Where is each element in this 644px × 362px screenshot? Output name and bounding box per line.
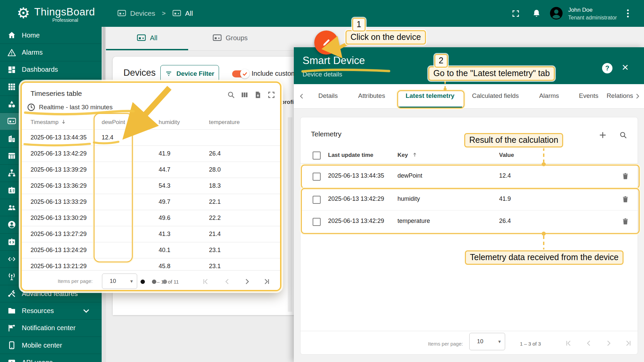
cell-timestamp: 2025-06-13 13:44:35 [31, 134, 102, 141]
last-page-icon[interactable] [624, 339, 632, 347]
tab-attributes[interactable]: Attributes [358, 92, 385, 100]
timewindow-button[interactable]: Realtime - last 30 minutes [27, 103, 113, 112]
previous-page-icon[interactable] [223, 278, 231, 286]
telemetry-row-temperature[interactable]: 2025-06-13 13:42:29temperature26.4 [301, 210, 638, 232]
last-page-icon[interactable] [263, 278, 271, 286]
row-checkbox[interactable] [313, 196, 321, 204]
column-key[interactable]: Key [397, 152, 418, 159]
timeseries-row[interactable]: 2025-06-13 13:36:2954.318.3 [22, 178, 280, 194]
telemetry-row-dewPoint[interactable]: 2025-06-13 13:44:35dewPoint12.4 [301, 165, 638, 187]
folder-icon [7, 306, 16, 315]
tab-latest-telemetry[interactable]: Latest telemetry [406, 92, 454, 100]
telemetry-title: Telemetry [311, 130, 341, 138]
select-all-checkbox[interactable] [313, 152, 321, 160]
close-icon[interactable]: × [622, 61, 629, 73]
toggle-knob[interactable] [240, 69, 250, 78]
timeseries-row[interactable]: 2025-06-13 13:33:2949.722.1 [22, 194, 280, 210]
avatar[interactable] [549, 6, 564, 21]
cell-timestamp: 2025-06-13 13:36:29 [31, 182, 102, 189]
device-name-title: Smart Device [303, 55, 365, 67]
cell-timestamp: 2025-06-13 13:42:29 [31, 150, 102, 157]
cell-dewpoint: 12.4 [102, 134, 159, 141]
active-tab-underline [398, 107, 462, 108]
cell-value: 41.9 [499, 195, 511, 202]
next-page-icon[interactable] [243, 278, 251, 286]
breadcrumb-separator: > [162, 10, 166, 17]
page-size-select[interactable]: 10▾ [469, 333, 505, 350]
next-page-icon[interactable] [605, 339, 613, 347]
sidebar-item-alarms[interactable]: Alarms [0, 44, 106, 61]
column-value[interactable]: Value [499, 152, 514, 159]
export-file-icon[interactable] [254, 91, 262, 99]
timeseries-column-temperature[interactable]: temperature [209, 119, 280, 126]
cell-temperature: 21.4 [209, 231, 280, 238]
column-last-update-time[interactable]: Last update time [328, 152, 373, 159]
timeseries-row[interactable]: 2025-06-13 13:39:2944.728.0 [22, 162, 280, 178]
phone-icon [7, 341, 16, 350]
timeseries-row[interactable]: 2025-06-13 13:27:2941.321.4 [22, 226, 280, 242]
timeseries-row[interactable]: 2025-06-13 13:30:2949.622.2 [22, 210, 280, 226]
cell-timestamp: 2025-06-13 13:21:29 [31, 263, 102, 270]
row-checkbox[interactable] [313, 218, 321, 226]
tabs-scroll-left-icon[interactable] [298, 93, 305, 100]
sidebar-item-label: Dashboards [22, 66, 58, 73]
items-per-page-label: Items per page: [58, 278, 93, 284]
telemetry-row-humidity[interactable]: 2025-06-13 13:42:29humidity41.9 [301, 188, 638, 210]
timeseries-widget-title: Timeseries table [31, 89, 82, 98]
delete-icon[interactable] [622, 195, 629, 203]
loading-dot [141, 280, 145, 284]
fullscreen-icon[interactable] [512, 9, 520, 18]
add-telemetry-icon[interactable] [598, 131, 607, 139]
cell-key: temperature [397, 218, 430, 225]
sidebar-item-api-usage[interactable]: API usage [0, 354, 106, 362]
timeseries-row[interactable]: 2025-06-13 13:44:3512.4 [22, 129, 280, 145]
drawer-tab-bar: DetailsAttributesLatest telemetryCalcula… [294, 84, 644, 109]
sidebar-item-resources[interactable]: Resources [0, 302, 106, 319]
timeseries-column-timestamp[interactable]: Timestamp [31, 119, 102, 126]
tab-alarms[interactable]: Alarms [539, 92, 559, 100]
tab-events[interactable]: Events [579, 92, 598, 100]
expand-widget-icon[interactable] [267, 91, 275, 99]
tab-groups[interactable]: Groups [188, 27, 272, 49]
timeseries-row[interactable]: 2025-06-13 13:24:2940.123.1 [22, 242, 280, 258]
previous-page-icon[interactable] [585, 339, 593, 347]
badge-icon [7, 186, 16, 195]
tab-all[interactable]: All [106, 27, 188, 49]
sidebar-item-home[interactable]: Home [0, 27, 106, 44]
cell-key: dewPoint [397, 172, 422, 179]
edit-device-fab[interactable] [314, 31, 338, 55]
cell-last-update-time: 2025-06-13 13:42:29 [328, 218, 384, 225]
delete-icon[interactable] [622, 217, 629, 226]
tab-calculated-fields[interactable]: Calculated fields [472, 92, 519, 100]
breadcrumb-all[interactable]: All [185, 9, 193, 17]
annotation-step1-number: 1 [352, 18, 366, 32]
breadcrumb-devices[interactable]: Devices [130, 9, 155, 17]
timeseries-column-dewpoint[interactable]: dewPoint [102, 119, 159, 126]
search-icon[interactable] [619, 131, 627, 139]
delete-icon[interactable] [622, 172, 629, 180]
search-icon[interactable] [227, 91, 235, 99]
sidebar-item-dashboards[interactable]: Dashboards [0, 61, 106, 78]
antenna-icon [7, 272, 16, 281]
devices-table-scrollbar[interactable] [288, 117, 292, 312]
loading-dot [163, 280, 167, 284]
first-page-icon[interactable] [202, 278, 210, 286]
device-filter-button[interactable]: Device Filter [160, 65, 219, 82]
columns-icon[interactable] [240, 91, 249, 99]
cell-humidity: 54.3 [159, 182, 209, 189]
row-checkbox[interactable] [313, 173, 321, 181]
timeseries-column-humidity[interactable]: humidity [159, 119, 209, 126]
sidebar-item-label: Alarms [22, 49, 43, 56]
tab-relations[interactable]: Relations [606, 92, 633, 100]
timeseries-row[interactable]: 2025-06-13 13:42:2941.926.4 [22, 145, 280, 162]
tab-details[interactable]: Details [318, 92, 338, 100]
building-icon [7, 134, 16, 143]
help-icon[interactable]: ? [602, 63, 612, 73]
page-size-select[interactable]: 10▾ [102, 274, 137, 289]
kebab-menu-icon[interactable] [625, 9, 631, 18]
sidebar-item-mobile-center[interactable]: Mobile center [0, 337, 106, 354]
notifications-bell-icon[interactable] [532, 9, 541, 18]
sidebar-item-notification-center[interactable]: Notification center [0, 320, 106, 337]
first-page-icon[interactable] [565, 339, 573, 347]
tabs-scroll-right-icon[interactable] [634, 93, 641, 100]
